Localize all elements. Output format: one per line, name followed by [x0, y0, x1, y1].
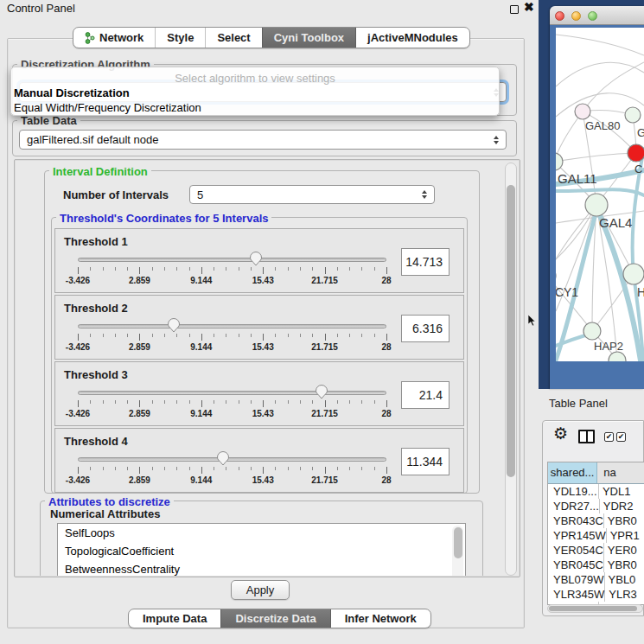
table-row[interactable]: YER054CYER0 [548, 543, 644, 558]
network-node-gal80[interactable] [575, 104, 590, 119]
mac-zoom-button[interactable] [588, 11, 597, 21]
checkbox-checked-icon[interactable]: ✔ [604, 432, 614, 442]
tab-label: Discretize Data [235, 612, 316, 625]
dropdown-option-equal-width-frequency[interactable]: Equal Width/Frequency Discretization [14, 101, 201, 114]
float-window-icon[interactable] [510, 5, 519, 14]
scrollbar-thumb[interactable] [454, 527, 462, 558]
scrollbar-thumb[interactable] [549, 606, 637, 611]
slider-tick [312, 267, 313, 271]
number-of-intervals-combobox[interactable]: 5 [189, 185, 435, 204]
threshold-slider-thumb[interactable] [167, 317, 181, 333]
split-columns-icon[interactable] [578, 430, 595, 443]
network-node-h[interactable] [623, 264, 644, 284]
network-canvas[interactable]: GAL80GCGAL11GAL4GCY1HHAP2 [556, 28, 644, 361]
mac-minimize-button[interactable] [571, 11, 581, 21]
threshold-slider-track[interactable] [78, 324, 386, 328]
attribute-item-topologicalcoefficient[interactable]: TopologicalCoefficient [58, 542, 465, 560]
table-row[interactable]: YBR045CYBR0 [548, 558, 644, 572]
apply-button[interactable]: Apply [231, 580, 290, 600]
bottom-tab-infer-network[interactable]: Infer Network [330, 609, 430, 628]
table-row[interactable]: YLR345WYLR3 [548, 587, 644, 602]
slider-tick [115, 400, 116, 404]
slider-tick [300, 400, 301, 404]
network-node-g[interactable] [625, 107, 641, 123]
threshold-slider-thumb[interactable] [315, 384, 328, 399]
table-horizontal-scrollbar[interactable] [547, 604, 643, 613]
threshold-slider-thumb[interactable] [249, 251, 263, 266]
slider-tick [115, 334, 116, 337]
table-row[interactable]: YBR043CYBR0 [548, 513, 644, 528]
slider-tick [78, 400, 79, 407]
slider-tick-label: 28 [381, 409, 391, 418]
network-window-titlebar[interactable] [550, 6, 644, 25]
table-data-combobox[interactable]: galFiltered.sif default node [19, 130, 507, 150]
settings-scroll-panel: Interval Definition Number of Intervals … [14, 159, 520, 577]
tab-style[interactable]: Style [155, 28, 205, 48]
slider-tick-label: 21.715 [311, 475, 338, 485]
tab-select[interactable]: Select [205, 28, 261, 48]
slider-tick [189, 467, 190, 470]
slider-tick [349, 400, 350, 404]
close-icon[interactable]: ✖ [524, 0, 534, 14]
slider-tick [103, 467, 104, 470]
slider-tick [226, 400, 226, 404]
screen: Control Panel ✖ NetworkStyleSelectCyni T… [0, 0, 644, 644]
tab-cyni-toolbox[interactable]: Cyni Toolbox [262, 28, 355, 48]
threshold-slider-thumb[interactable] [216, 450, 230, 466]
network-node-hap2[interactable] [583, 322, 601, 340]
tab-label: Style [167, 31, 194, 44]
network-node-label: GAL4 [599, 215, 632, 230]
mac-close-button[interactable] [555, 11, 564, 21]
attribute-item-selfloops[interactable]: SelfLoops [58, 524, 465, 542]
tab-jactivemnodules[interactable]: jActiveMNodules [355, 28, 469, 48]
bottom-tab-discretize-data[interactable]: Discretize Data [220, 609, 329, 628]
column-header-name[interactable]: na [597, 462, 644, 483]
slider-tick-label: 28 [381, 475, 391, 485]
mouse-cursor [528, 315, 537, 327]
column-header-shared-name[interactable]: shared... [548, 462, 597, 483]
slider-tick-label: -3.426 [66, 342, 90, 352]
combo-stepper-icon [422, 190, 428, 199]
table-row[interactable]: YDL19...YDL1 [548, 484, 644, 499]
slider-tick [214, 400, 214, 404]
settings-vertical-scrollbar[interactable] [505, 163, 517, 576]
slider-tick [103, 334, 104, 337]
network-node-label: GAL11 [558, 171, 597, 186]
table-row[interactable]: YPR145WYPR1 [548, 528, 644, 543]
threshold-value-field[interactable]: 14.713 [401, 248, 450, 276]
threshold-value-field[interactable]: 11.344 [401, 448, 450, 475]
attribute-item-betweennesscentrality[interactable]: BetweennessCentrality [58, 560, 465, 576]
network-node-gal4[interactable] [585, 194, 608, 216]
number-of-intervals-value: 5 [197, 188, 203, 201]
slider-tick [115, 467, 116, 470]
table-row[interactable]: YDR27...YDR2 [548, 499, 644, 513]
slider-tick [374, 267, 375, 271]
dropdown-option-manual-discretization[interactable]: Manual Discretization [14, 86, 130, 99]
table-cell: YBL0 [605, 572, 644, 587]
network-node-gal11[interactable] [556, 153, 563, 170]
slider-tick-label: 9.144 [190, 276, 212, 285]
network-node-c[interactable] [628, 144, 644, 162]
network-edge [583, 62, 644, 112]
threshold-slider-track[interactable] [78, 457, 386, 462]
threshold-slider-track[interactable] [78, 258, 386, 262]
table-cell: YBL079W [548, 572, 605, 587]
bottom-tab-impute-data[interactable]: Impute Data [129, 609, 220, 628]
gear-icon[interactable]: ⚙ [553, 425, 568, 443]
threshold-value-field[interactable]: 21.4 [401, 381, 450, 409]
network-node-label: H [637, 285, 644, 299]
table-row[interactable]: YBL079WYBL0 [548, 572, 644, 587]
checkbox-checked-icon[interactable]: ✔ [616, 432, 626, 442]
slider-tick [275, 334, 276, 337]
tab-label: Cyni Toolbox [274, 31, 344, 44]
slider-tick [386, 334, 387, 341]
threshold-4-block: Threshold 4-3.4262.8599.14415.4321.71528… [54, 428, 464, 493]
slider-tick [361, 267, 362, 271]
slider-tick [312, 400, 313, 404]
threshold-slider-track[interactable] [78, 391, 386, 395]
threshold-value-field[interactable]: 6.316 [401, 315, 450, 342]
tab-network[interactable]: Network [73, 28, 155, 48]
scrollbar-thumb[interactable] [507, 185, 515, 477]
threshold-label: Threshold 3 [64, 368, 128, 381]
attributes-list-scrollbar[interactable] [452, 526, 463, 576]
